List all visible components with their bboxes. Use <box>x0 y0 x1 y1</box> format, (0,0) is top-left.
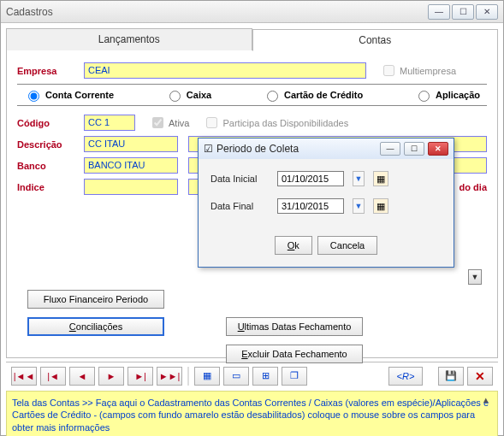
tab-lancamentos[interactable]: Lançamentos <box>6 28 252 50</box>
participa-label: Participa das Disponibilidades <box>222 118 348 128</box>
nav-next-button[interactable]: ► <box>98 367 124 386</box>
dialog-titlebar: ☑ Periodo de Coleta — ☐ ✕ <box>199 138 454 159</box>
excluir-data-button[interactable]: Excluir Data FechamentoExcluir Data Fech… <box>226 345 363 363</box>
conciliacoes-button[interactable]: CConciliaçõesonciliações <box>27 317 164 336</box>
data-final-label: Data Final <box>210 201 269 211</box>
tab-contas[interactable]: Contas <box>252 29 499 51</box>
dialog-title: Periodo de Coleta <box>216 143 299 155</box>
multiempresa-label: Multiempresa <box>400 66 456 76</box>
window-controls: — ☐ ✕ <box>428 4 498 20</box>
data-inicial-input[interactable] <box>277 171 344 186</box>
help-text: Tela das Contas >> Faça aqui o Cadastram… <box>12 398 489 433</box>
save-icon[interactable]: 💾 <box>438 367 464 386</box>
right-button-column: Ultimas Datas FechamentoUltimas Datas Fe… <box>226 317 363 363</box>
nav-next-page-button[interactable]: ►| <box>127 367 153 386</box>
data-final-calendar-icon[interactable]: ▦ <box>373 198 388 214</box>
dialog-minimize-button[interactable]: — <box>380 142 400 156</box>
data-final-input[interactable] <box>277 198 344 214</box>
indice-label: Indice <box>17 182 77 192</box>
window-title: Cadastros <box>6 6 428 18</box>
empresa-field[interactable]: CEAI <box>84 62 366 79</box>
dodia-label: do dia <box>460 182 487 192</box>
calendar-icon[interactable]: ▦ <box>194 367 220 386</box>
nav-last-button[interactable]: ►►| <box>157 367 182 386</box>
maximize-button[interactable]: ☐ <box>452 4 474 20</box>
data-inicial-dropdown-icon[interactable]: ▼ <box>353 171 365 186</box>
nav-toolbar: |◄◄ |◄ ◄ ► ►| ►►| ▦ ▭ ⊞ ❐ <R> 💾 ✕ <box>6 362 498 389</box>
dropdown-handle[interactable]: ▼ <box>468 269 482 285</box>
data-final-dropdown-icon[interactable]: ▼ <box>353 198 365 214</box>
data-inicial-calendar-icon[interactable]: ▦ <box>373 171 388 186</box>
r-button[interactable]: <R> <box>388 367 423 386</box>
descricao-label: Descrição <box>17 139 77 150</box>
radio-caixa[interactable]: Caixa <box>165 88 211 102</box>
checklist-icon: ☑ <box>204 143 213 155</box>
dialog-body: Data Inicial ▼ ▦ Data Final ▼ ▦ <box>199 159 454 229</box>
radio-cartao[interactable]: Cartão de Crédito <box>263 88 363 102</box>
radio-aplicacao[interactable]: Aplicação <box>414 88 480 102</box>
multiempresa-checkbox[interactable]: Multiempresa <box>380 62 456 79</box>
participa-check-input[interactable] <box>206 117 217 128</box>
indice-field[interactable] <box>84 179 178 195</box>
ativa-checkbox[interactable]: Ativa <box>149 115 189 131</box>
dialog-close-button[interactable]: ✕ <box>428 142 448 156</box>
codigo-field[interactable]: CC 1 <box>84 115 135 131</box>
fluxo-financeiro-button[interactable]: Fluxo Financeiro Periodo <box>27 290 164 309</box>
close-button[interactable]: ✕ <box>476 4 498 20</box>
tab-bar: Lançamentos Contas <box>6 28 498 50</box>
minimize-button[interactable]: — <box>428 4 450 20</box>
nav-first-button[interactable]: |◄◄ <box>11 367 37 386</box>
nav-prev-page-button[interactable]: |◄ <box>40 367 66 386</box>
participa-checkbox[interactable]: Participa das Disponibilidades <box>203 115 348 131</box>
descricao-field[interactable]: CC ITAU <box>84 136 178 152</box>
banco-field[interactable]: BANCO ITAU <box>84 157 178 174</box>
help-scroll[interactable]: ▴ ▾ <box>483 393 495 436</box>
scroll-up-icon[interactable]: ▴ <box>483 393 495 405</box>
cancela-button[interactable]: Cancela <box>317 236 377 255</box>
ativa-label: Ativa <box>169 118 189 128</box>
radio-conta-corrente[interactable]: Conta Corrente <box>24 88 114 102</box>
nav-prev-button[interactable]: ◄ <box>69 367 95 386</box>
ok-button[interactable]: OkOk <box>275 236 312 255</box>
delete-icon[interactable]: ✕ <box>467 367 493 386</box>
main-window: Cadastros — ☐ ✕ Lançamentos Contas Empre… <box>0 0 504 436</box>
multiempresa-check-input[interactable] <box>383 65 394 76</box>
left-button-column: Fluxo Financeiro Periodo CConciliaçõeson… <box>27 290 164 336</box>
copy-icon[interactable]: ❐ <box>282 367 307 386</box>
dialog-actions: OkOk Cancela <box>199 229 454 267</box>
empresa-label: Empresa <box>17 66 77 76</box>
dialog-maximize-button[interactable]: ☐ <box>404 142 424 156</box>
titlebar: Cadastros — ☐ ✕ <box>1 1 503 23</box>
data-inicial-label: Data Inicial <box>210 174 269 184</box>
help-panel: Tela das Contas >> Faça aqui o Cadastram… <box>6 391 498 436</box>
ultimas-datas-button[interactable]: Ultimas Datas FechamentoUltimas Datas Fe… <box>226 317 363 336</box>
grid-icon[interactable]: ⊞ <box>252 367 278 386</box>
codigo-label: Código <box>17 118 77 128</box>
banco-label: Banco <box>17 161 77 171</box>
new-page-icon[interactable]: ▭ <box>223 367 249 386</box>
ativa-check-input[interactable] <box>152 117 163 128</box>
periodo-coleta-dialog: ☑ Periodo de Coleta — ☐ ✕ Data Inicial ▼… <box>198 138 454 268</box>
nav-separator <box>187 367 189 386</box>
account-type-radios: Conta Corrente Caixa Cartão de Crédito A… <box>17 84 487 106</box>
